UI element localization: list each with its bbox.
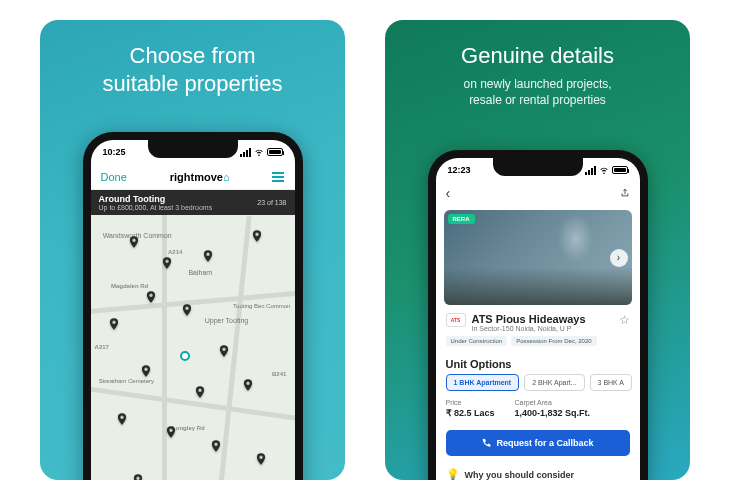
back-icon[interactable]: ‹ xyxy=(446,185,451,201)
area-value: 1,400-1,832 Sq.Ft. xyxy=(515,408,591,418)
map-label: Upper Tooting xyxy=(205,317,248,324)
filter-bar[interactable]: Around Tooting Up to £800,000, At least … xyxy=(91,190,295,215)
project-tags: Under Construction Possession From Dec, … xyxy=(436,336,640,352)
wifi-icon xyxy=(599,165,609,175)
project-header: ATS ATS Pious Hideaways In Sector-150 No… xyxy=(436,305,640,336)
map-pin-icon[interactable] xyxy=(184,479,198,480)
price-value: ₹ 82.5 Lacs xyxy=(446,408,495,418)
status-time: 10:25 xyxy=(103,147,126,157)
map-pin-icon[interactable] xyxy=(241,378,255,392)
map-pin-icon[interactable] xyxy=(164,425,178,439)
unit-details: Price ₹ 82.5 Lacs Carpet Area 1,400-1,83… xyxy=(436,391,640,424)
map-label: Streatham Cemetery xyxy=(99,378,154,384)
map-pin-icon[interactable] xyxy=(201,249,215,263)
map-label: Balham xyxy=(188,269,212,276)
price-label: Price xyxy=(446,399,462,406)
map-pin-icon[interactable] xyxy=(193,385,207,399)
favorite-icon[interactable]: ☆ xyxy=(619,313,630,327)
cta-label: Request for a Callback xyxy=(496,438,593,448)
project-location: In Sector-150 Noida, Noida, U P xyxy=(472,325,586,332)
battery-icon xyxy=(267,148,283,156)
notch xyxy=(493,158,583,176)
unit-options-title: Unit Options xyxy=(436,352,640,374)
promo-panel-left: Choose from suitable properties 10:25 Do… xyxy=(40,20,345,480)
promo-panel-right: Genuine details on newly launched projec… xyxy=(385,20,690,480)
map-pin-icon[interactable] xyxy=(254,452,268,466)
map-pin-icon[interactable] xyxy=(209,439,223,453)
phone-screen: 10:25 Done rightmove⌂ Around Tooting Up … xyxy=(91,140,295,480)
result-count: 23 of 138 xyxy=(257,199,286,206)
signal-icon xyxy=(240,148,251,157)
share-icon[interactable] xyxy=(620,187,630,199)
subheadline: on newly launched projects, resale or re… xyxy=(463,76,611,108)
area-label: Carpet Area xyxy=(515,399,552,406)
filter-criteria: Up to £800,000, At least 3 bedrooms xyxy=(99,204,213,211)
map-pin-icon[interactable] xyxy=(139,364,153,378)
callback-button[interactable]: Request for a Callback xyxy=(446,430,630,456)
possession-tag: Possession From Dec, 2020 xyxy=(511,336,596,346)
battery-icon xyxy=(612,166,628,174)
why-label: Why you should consider xyxy=(465,470,575,480)
map-center-icon xyxy=(180,351,190,361)
unit-chip[interactable]: 2 BHK Apart... xyxy=(524,374,584,391)
menu-icon[interactable] xyxy=(272,172,284,182)
signal-icon xyxy=(585,166,596,175)
unit-chip[interactable]: 3 BHK A xyxy=(590,374,632,391)
bulb-icon: 💡 xyxy=(446,468,460,480)
status-time: 12:23 xyxy=(448,165,471,175)
back-button[interactable]: Done xyxy=(101,171,127,183)
headline: Choose from suitable properties xyxy=(103,42,283,97)
map-view[interactable]: Wandsworth Common Balham Upper Tooting T… xyxy=(91,215,295,480)
filter-location: Around Tooting xyxy=(99,194,213,204)
developer-logo: ATS xyxy=(446,313,466,327)
nav-bar: Done rightmove⌂ xyxy=(91,164,295,190)
next-image-icon[interactable]: › xyxy=(610,249,628,267)
app-brand: rightmove⌂ xyxy=(170,171,230,183)
map-pin-icon[interactable] xyxy=(127,235,141,249)
map-pin-icon[interactable] xyxy=(217,344,231,358)
wifi-icon xyxy=(254,147,264,157)
map-pin-icon[interactable] xyxy=(160,256,174,270)
why-consider-section[interactable]: 💡 Why you should consider xyxy=(436,462,640,480)
map-pin-icon[interactable] xyxy=(115,412,129,426)
phone-mockup: 10:25 Done rightmove⌂ Around Tooting Up … xyxy=(83,132,303,480)
map-pin-icon[interactable] xyxy=(131,473,145,480)
phone-screen: 12:23 ‹ RERA › ATS ATS Pious Hideaways xyxy=(436,158,640,480)
top-bar: ‹ xyxy=(436,182,640,204)
map-pin-icon[interactable] xyxy=(180,303,194,317)
headline: Genuine details xyxy=(461,42,614,70)
map-label: Tooting Bec Common xyxy=(233,303,290,309)
map-pin-icon[interactable] xyxy=(144,290,158,304)
rera-badge: RERA xyxy=(448,214,475,224)
project-hero-image[interactable]: RERA › xyxy=(444,210,632,305)
map-pin-icon[interactable] xyxy=(107,317,121,331)
phone-icon xyxy=(481,438,491,448)
status-tag: Under Construction xyxy=(446,336,508,346)
unit-chips: 1 BHK Apartment 2 BHK Apart... 3 BHK A xyxy=(436,374,640,391)
map-pin-icon[interactable] xyxy=(250,229,264,243)
project-name: ATS Pious Hideaways xyxy=(472,313,586,325)
phone-mockup: 12:23 ‹ RERA › ATS ATS Pious Hideaways xyxy=(428,150,648,480)
notch xyxy=(148,140,238,158)
unit-chip[interactable]: 1 BHK Apartment xyxy=(446,374,520,391)
